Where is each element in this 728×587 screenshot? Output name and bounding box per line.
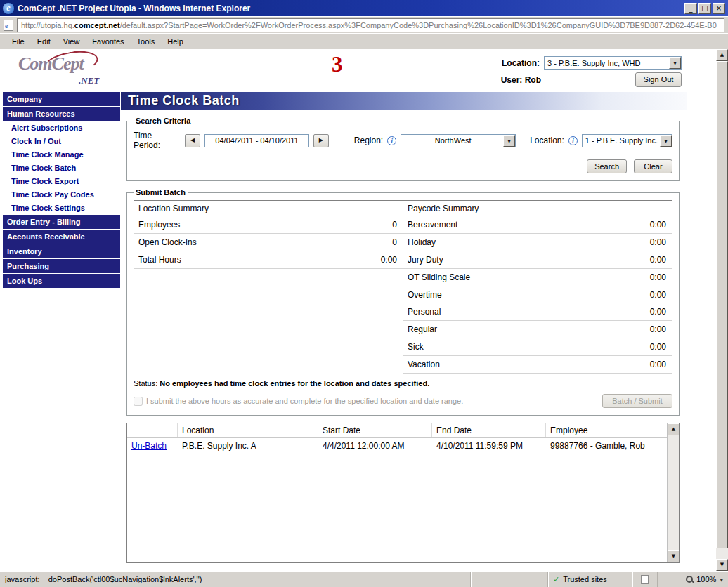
web-page: ComCept .NET 3 Location: 3 - P.B.E. Supp… xyxy=(0,49,716,571)
menu-help[interactable]: Help xyxy=(161,35,190,48)
summary-label: Sick xyxy=(408,342,650,352)
summary-value: 0:00 xyxy=(650,290,666,300)
region-value: NorthWest xyxy=(404,136,502,145)
submit-batch-fieldset: Submit Batch Location Summary Employees0… xyxy=(126,188,680,416)
minimize-button[interactable]: _ xyxy=(684,3,697,14)
sign-out-button[interactable]: Sign Out xyxy=(635,72,682,87)
summary-value: 0:00 xyxy=(650,324,666,334)
chevron-down-icon[interactable]: ▼ xyxy=(503,135,515,147)
summary-row: Total Hours0:00 xyxy=(134,251,403,269)
security-zone-pane[interactable]: ✓ Trusted sites xyxy=(548,572,632,587)
summary-row: Vacation0:00 xyxy=(403,356,672,374)
next-period-button[interactable]: ▶ xyxy=(313,134,329,147)
scroll-up-icon[interactable]: ▲ xyxy=(716,49,728,61)
sidebar-item-time-clock-pay-codes[interactable]: Time Clock Pay Codes xyxy=(3,188,120,202)
sidebar-item-company[interactable]: Company xyxy=(3,92,120,106)
time-period-input[interactable] xyxy=(204,134,309,147)
batch-submit-button[interactable]: Batch / Submit xyxy=(602,394,672,408)
zoom-icon xyxy=(686,576,693,583)
grid-header-start-date: Start Date xyxy=(318,423,432,437)
scroll-up-icon[interactable]: ▲ xyxy=(668,423,680,435)
scroll-down-icon[interactable]: ▼ xyxy=(668,550,680,562)
page-title: Time Clock Batch xyxy=(121,92,687,110)
location-summary-column: Location Summary Employees0 Open Clock-I… xyxy=(134,201,403,374)
summary-value: 0:00 xyxy=(381,255,397,265)
summary-value: 0:00 xyxy=(650,342,666,352)
summary-value: 0:00 xyxy=(650,272,666,282)
window-controls: _ □ × xyxy=(684,3,725,14)
summary-label: Bereavement xyxy=(408,220,650,230)
sidebar-item-alert-subscriptions[interactable]: Alert Subscriptions xyxy=(3,121,120,135)
row-employee: 99887766 - Gamble, Rob xyxy=(546,440,667,452)
summary-label: Holiday xyxy=(408,237,650,247)
un-batch-link[interactable]: Un-Batch xyxy=(131,441,167,451)
menu-file[interactable]: File xyxy=(6,35,31,48)
maximize-button[interactable]: □ xyxy=(698,3,711,14)
summary-row: Overtime0:00 xyxy=(403,286,672,304)
prev-period-button[interactable]: ◀ xyxy=(185,134,200,147)
url-path: /default.aspx?StartPage=WorkOrder%2FWork… xyxy=(120,21,717,29)
sidebar-item-purchasing[interactable]: Purchasing xyxy=(3,259,120,273)
location-select[interactable]: 1 - P.B.E. Supply Inc. ▼ xyxy=(582,134,672,147)
grid-header-end-date: End Date xyxy=(432,423,546,437)
certify-checkbox[interactable] xyxy=(134,397,143,406)
header-location-select[interactable]: 3 - P.B.E. Supply Inc, WHD ▼ xyxy=(544,56,682,70)
close-button[interactable]: × xyxy=(713,3,725,14)
menu-tools[interactable]: Tools xyxy=(131,35,162,48)
sidebar-item-time-clock-manage[interactable]: Time Clock Manage xyxy=(3,148,120,161)
menu-view[interactable]: View xyxy=(57,35,86,48)
chevron-down-icon[interactable]: ▼ xyxy=(720,577,723,582)
scroll-down-icon[interactable]: ▼ xyxy=(716,559,728,571)
page-header: ComCept .NET 3 Location: 3 - P.B.E. Supp… xyxy=(0,49,716,92)
url-prefix: http://utopia.hq. xyxy=(21,21,74,29)
sidebar-item-time-clock-export[interactable]: Time Clock Export xyxy=(3,175,120,188)
sidebar-item-inventory[interactable]: Inventory xyxy=(3,244,120,258)
summary-label: Open Clock-Ins xyxy=(138,237,392,247)
page-icon: e xyxy=(4,20,13,31)
comcept-logo: ComCept .NET xyxy=(18,53,110,88)
search-button[interactable]: Search xyxy=(587,159,627,173)
summary-label: Personal xyxy=(408,307,650,317)
page-scrollbar[interactable]: ▲ ▼ xyxy=(716,49,728,571)
location-info-icon[interactable]: i xyxy=(568,136,578,145)
sidebar-item-time-clock-settings[interactable]: Time Clock Settings xyxy=(3,202,120,215)
address-input[interactable]: http://utopia.hq.comcept.net/default.asp… xyxy=(17,18,724,32)
zoom-control[interactable]: 100% ▼ xyxy=(658,572,728,587)
scrollbar-thumb[interactable] xyxy=(716,61,728,548)
clear-button[interactable]: Clear xyxy=(634,159,672,173)
sidebar-item-order-entry-billing[interactable]: Order Entry - Billing xyxy=(3,215,120,229)
summary-label: Employees xyxy=(138,220,392,230)
sidebar-item-clock-in-out[interactable]: Clock In / Out xyxy=(3,135,120,148)
summary-row: Holiday0:00 xyxy=(403,234,672,251)
grid-scrollbar[interactable]: ▲ ▼ xyxy=(667,423,679,562)
status-empty-pane xyxy=(471,572,548,587)
grid-header-location: Location xyxy=(178,423,318,437)
region-info-icon[interactable]: i xyxy=(387,136,396,145)
status-text: javascript:__doPostBack('ctl00$ucNavigat… xyxy=(0,572,471,587)
region-select[interactable]: NorthWest ▼ xyxy=(401,134,516,147)
menu-bar: File Edit View Favorites Tools Help xyxy=(0,33,728,49)
search-criteria-legend: Search Criteria xyxy=(134,117,193,125)
chevron-down-icon[interactable]: ▼ xyxy=(660,135,672,147)
summary-row: Sick0:00 xyxy=(403,338,672,356)
batch-status-line: Status: No employees had time clock entr… xyxy=(134,379,672,388)
sidebar-item-accounts-receivable[interactable]: Accounts Receivable xyxy=(3,230,120,244)
row-start-date: 4/4/2011 12:00:00 AM xyxy=(318,440,432,452)
address-bar: e http://utopia.hq.comcept.net/default.a… xyxy=(0,16,728,33)
grid-table: Location Start Date End Date Employee Un… xyxy=(127,423,667,562)
table-row: Un-Batch P.B.E. Supply Inc. A 4/4/2011 1… xyxy=(127,438,667,454)
batched-entries-grid: Location Start Date End Date Employee Un… xyxy=(126,423,680,563)
menu-edit[interactable]: Edit xyxy=(31,35,57,48)
chevron-down-icon[interactable]: ▼ xyxy=(669,57,681,69)
menu-favorites[interactable]: Favorites xyxy=(86,35,130,48)
page-mode-pane xyxy=(632,572,658,587)
sidebar-item-time-clock-batch[interactable]: Time Clock Batch xyxy=(3,161,120,175)
summary-label: Overtime xyxy=(408,290,650,300)
row-location: P.B.E. Supply Inc. A xyxy=(178,440,318,452)
header-location-row: Location: 3 - P.B.E. Supply Inc, WHD ▼ xyxy=(502,56,682,70)
sidebar-item-human-resources[interactable]: Human Resources xyxy=(3,107,120,121)
sidebar-item-look-ups[interactable]: Look Ups xyxy=(3,274,120,288)
status-label: Status: xyxy=(134,379,157,388)
paycode-summary-column: Paycode Summary Bereavement0:00 Holiday0… xyxy=(403,201,672,374)
summary-label: OT Sliding Scale xyxy=(408,272,650,282)
